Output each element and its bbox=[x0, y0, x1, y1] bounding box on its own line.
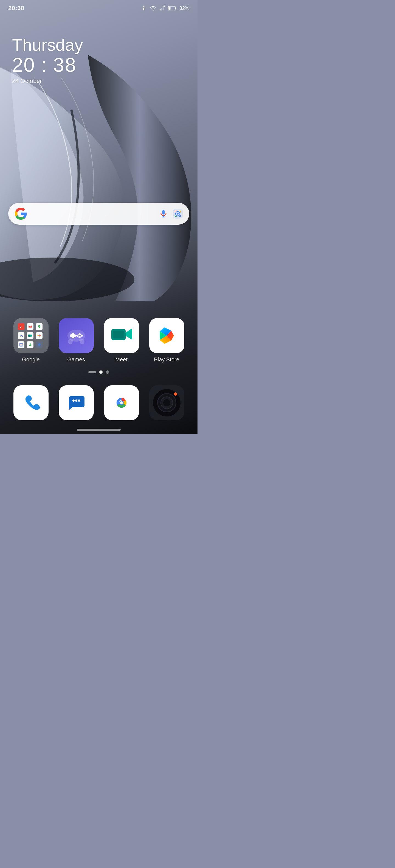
svg-point-35 bbox=[73, 400, 75, 402]
app-google-folder[interactable]: G bbox=[10, 318, 52, 363]
dock-messages[interactable] bbox=[59, 385, 94, 420]
svg-rect-34 bbox=[113, 331, 124, 338]
page-dot-active bbox=[99, 370, 103, 374]
google-logo bbox=[15, 208, 27, 220]
svg-point-19 bbox=[39, 326, 40, 326]
svg-rect-11 bbox=[168, 7, 170, 10]
clock-day: Thursday bbox=[12, 36, 83, 54]
games-icon bbox=[59, 318, 94, 353]
microphone-icon[interactable] bbox=[159, 209, 168, 218]
page-dot-lines bbox=[88, 371, 96, 373]
svg-point-3 bbox=[153, 10, 153, 10]
svg-rect-6 bbox=[163, 7, 164, 11]
svg-point-17 bbox=[177, 213, 178, 215]
svg-rect-20 bbox=[28, 335, 31, 337]
svg-point-32 bbox=[76, 335, 79, 337]
svg-rect-4 bbox=[160, 9, 161, 10]
status-icons: 32% bbox=[141, 5, 189, 11]
svg-rect-12 bbox=[162, 210, 165, 215]
app-playstore[interactable]: Play Store bbox=[146, 318, 187, 363]
clock-date: 24 October bbox=[12, 78, 83, 85]
app-meet[interactable]: Meet bbox=[101, 318, 142, 363]
home-indicator[interactable] bbox=[77, 429, 121, 431]
dock-chrome[interactable] bbox=[104, 385, 139, 420]
page-dot-inactive bbox=[106, 370, 109, 374]
svg-point-37 bbox=[78, 400, 80, 402]
svg-point-25 bbox=[38, 344, 40, 346]
svg-point-30 bbox=[81, 335, 83, 337]
google-folder-label: Google bbox=[22, 356, 40, 363]
dock bbox=[0, 385, 198, 420]
meet-icon bbox=[104, 318, 139, 353]
playstore-icon bbox=[149, 318, 184, 353]
svg-point-24 bbox=[29, 344, 31, 345]
messages-icon bbox=[59, 385, 94, 420]
lens-icon[interactable] bbox=[173, 209, 183, 219]
phone-icon bbox=[13, 385, 49, 420]
playstore-label: Play Store bbox=[154, 356, 179, 363]
dock-phone[interactable] bbox=[13, 385, 49, 420]
svg-rect-28 bbox=[72, 333, 74, 338]
svg-point-29 bbox=[79, 333, 81, 335]
meet-label: Meet bbox=[115, 356, 127, 363]
dock-camera[interactable] bbox=[149, 385, 184, 420]
svg-point-42 bbox=[120, 401, 123, 404]
chrome-icon bbox=[104, 385, 139, 420]
svg-rect-5 bbox=[161, 8, 162, 10]
wifi-icon bbox=[150, 5, 157, 11]
status-time: 20:38 bbox=[8, 5, 24, 12]
page-indicators bbox=[0, 370, 198, 374]
app-games[interactable]: Games bbox=[56, 318, 97, 363]
clock-widget: Thursday 20 : 38 24 October bbox=[12, 36, 83, 85]
no-signal-icon bbox=[159, 5, 165, 11]
svg-text:G: G bbox=[20, 325, 21, 328]
clock-time: 20 : 38 bbox=[12, 54, 83, 76]
bluetooth-icon bbox=[141, 5, 147, 11]
svg-rect-10 bbox=[175, 7, 176, 9]
app-row: G bbox=[8, 318, 189, 363]
svg-point-0 bbox=[0, 257, 134, 301]
search-action-icons bbox=[159, 209, 183, 219]
svg-text:25: 25 bbox=[20, 345, 22, 346]
battery-percent: 32% bbox=[179, 5, 189, 11]
svg-point-31 bbox=[79, 336, 81, 338]
games-label: Games bbox=[67, 356, 85, 363]
camera-icon bbox=[149, 385, 184, 420]
wallpaper-art bbox=[0, 55, 198, 301]
svg-point-36 bbox=[75, 400, 77, 402]
google-search-bar[interactable] bbox=[8, 203, 189, 225]
battery-icon bbox=[168, 6, 177, 11]
status-bar: 20:38 32% bbox=[0, 0, 198, 17]
google-folder-icon: G bbox=[13, 318, 49, 353]
app-grid: G bbox=[0, 318, 198, 363]
